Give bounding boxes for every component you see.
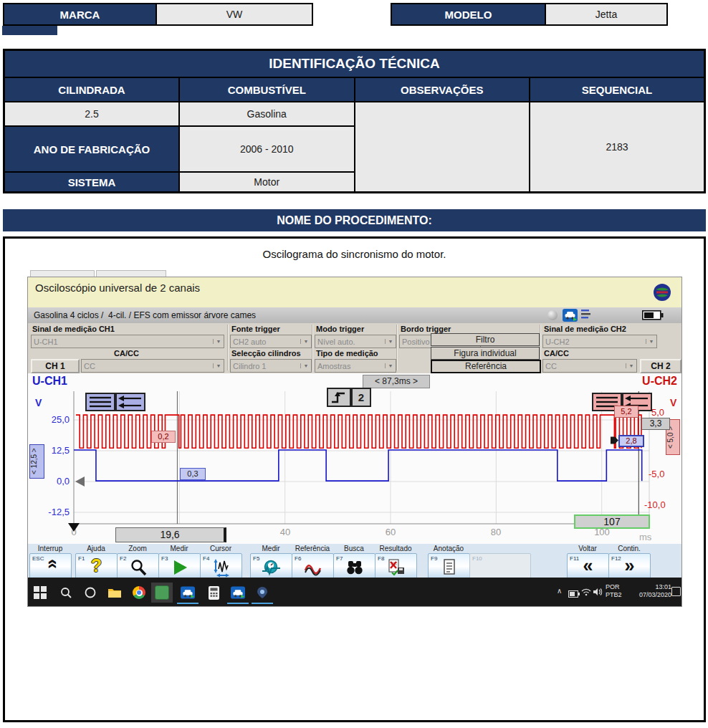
- window-body: Osciloscópio universal de 2 canais Gasol…: [27, 277, 682, 607]
- ca-cc-ch2-label: CA/CC: [544, 349, 569, 358]
- ch1-signal-label: Sinal de medição CH1: [32, 325, 115, 333]
- seleccao-label: Selecção cilindros: [231, 349, 301, 358]
- tray-network-icon[interactable]: [581, 586, 591, 599]
- seleccao-dropdown[interactable]: Cilindro 1 ▼: [230, 359, 312, 373]
- bosch-globe-logo: [653, 283, 671, 302]
- ch1-arrows-icon[interactable]: [115, 393, 145, 411]
- ch2-signal-label: Sinal de medição CH2: [544, 325, 626, 333]
- col-sequencial: SEQUENCIAL: [530, 77, 705, 102]
- dropdown-arrow-icon: ▼: [300, 339, 311, 344]
- right-axis-unit: V: [670, 397, 676, 408]
- ch1-position-control[interactable]: [85, 393, 145, 411]
- calculator-icon[interactable]: [203, 583, 224, 603]
- window-title-bar: Osciloscópio universal de 2 canais: [28, 277, 681, 308]
- referencia-button[interactable]: Referência: [431, 360, 541, 373]
- active-app-icon[interactable]: [151, 583, 173, 603]
- tray-language[interactable]: POR PTB2: [606, 583, 622, 599]
- esi-app2-icon[interactable]: [227, 583, 249, 604]
- modo-trigger-dropdown[interactable]: Nível auto. ▼: [315, 335, 396, 348]
- tray-speaker-icon[interactable]: [593, 586, 603, 599]
- ch2-button[interactable]: CH 2: [640, 359, 681, 373]
- ch1-lines-icon[interactable]: [85, 393, 115, 411]
- notification-center-icon[interactable]: [671, 587, 681, 596]
- play-icon: [171, 558, 189, 580]
- x-tick: 40: [271, 527, 300, 537]
- toolbar-label: Cursor: [192, 545, 249, 552]
- origin-marker-icon[interactable]: [68, 523, 80, 532]
- fonte-trigger-label: Fonte trigger: [231, 325, 280, 333]
- procedimento-caption: Oscilograma do sincronismo do motor.: [3, 248, 706, 260]
- sphere-icon[interactable]: [547, 310, 558, 320]
- ca-cc-ch1-dropdown[interactable]: CC ▼: [81, 359, 224, 373]
- dropdown-arrow-icon: ▼: [626, 363, 636, 368]
- trigger-channel-number[interactable]: 2: [351, 388, 371, 407]
- marca-table: MARCA VW: [3, 3, 313, 26]
- tipo-dropdown[interactable]: Amostras ▼: [315, 359, 396, 373]
- divider: [396, 325, 398, 370]
- seleccao-value: Cilindro 1: [231, 362, 300, 370]
- fn-key: F7: [336, 555, 343, 562]
- cursor1-time-box[interactable]: 19,6: [115, 527, 226, 542]
- identificacao-table: IDENTIFICAÇÃO TÉCNICA CILINDRADA COMBUST…: [3, 49, 706, 193]
- ch2-signal-dropdown[interactable]: U-CH2 ▼: [542, 335, 657, 348]
- tipo-label: Tipo de medição: [316, 349, 378, 358]
- question-icon: ?: [91, 555, 102, 576]
- dropdown-arrow-icon: ▼: [385, 363, 396, 368]
- ground-marker-icon[interactable]: [75, 476, 85, 487]
- bordo-trigger-label: Bordo trigger: [401, 325, 451, 333]
- col-observacoes: OBSERVAÇÕES: [355, 77, 530, 102]
- fonte-trigger-dropdown[interactable]: CH2 auto ▼: [230, 335, 312, 348]
- ca-cc-ch2-value: CC: [543, 362, 626, 370]
- toolbar-label: Resultado: [367, 545, 424, 552]
- file-explorer-icon[interactable]: [104, 583, 125, 603]
- tray-clock[interactable]: 13:01 07/03/2020: [630, 583, 671, 599]
- scope-display: U-CH1 U-CH2 < 87,3ms >: [28, 373, 681, 544]
- dropdown-arrow-icon: ▼: [213, 363, 224, 368]
- scope-toolbar: Interrup Ajuda Zoom Medir Cursor Medir R…: [28, 544, 681, 578]
- ch1-signal-dropdown[interactable]: U-CH1 ▼: [31, 335, 224, 348]
- cursor2-ch2-readout: 3,3: [641, 418, 670, 430]
- toolbar-label: Anotação: [420, 545, 477, 552]
- tray-time: 13:01: [630, 583, 671, 591]
- dropdown-arrow-icon: ▼: [646, 339, 656, 344]
- observacoes-value: [355, 102, 530, 193]
- fonte-trigger-value: CH2 auto: [231, 337, 300, 346]
- chrome-icon[interactable]: [128, 583, 150, 603]
- ch2-signal-value: U-CH2: [543, 337, 646, 346]
- fn-key: F2: [120, 555, 126, 562]
- diagnostics-app-icon[interactable]: [252, 583, 273, 604]
- trigger-indicator[interactable]: 2: [327, 388, 371, 407]
- marca-label: MARCA: [4, 4, 156, 25]
- divider: [227, 325, 229, 370]
- search-icon[interactable]: [55, 583, 77, 603]
- cursor2-time-box[interactable]: 107: [574, 514, 650, 529]
- vehicle-info-icon[interactable]: [563, 309, 578, 322]
- filtro-button[interactable]: Filtro: [431, 333, 540, 346]
- right-tick: 5,0: [651, 407, 664, 418]
- gas-values-icon[interactable]: [581, 310, 595, 320]
- ano-label: ANO DE FABRICAÇÃO: [4, 126, 180, 172]
- fn-key: F10: [472, 555, 482, 562]
- ch1-scale-box[interactable]: < 12,5 >: [29, 444, 44, 479]
- trigger-edge-icon[interactable]: [327, 388, 351, 407]
- sistema-value: Motor: [179, 172, 355, 193]
- ca-cc-ch2-dropdown[interactable]: CC ▼: [542, 359, 637, 373]
- x-tick: 60: [376, 527, 405, 537]
- binoculars-icon: [345, 558, 365, 580]
- start-button[interactable]: [29, 583, 51, 603]
- timebase-button[interactable]: < 87,3ms >: [363, 375, 430, 388]
- page: MARCA VW MODELO Jetta IDENTIFICAÇÃO TÉCN…: [0, 0, 708, 728]
- ca-cc-ch1-label: CA/CC: [114, 349, 139, 358]
- fn-key: F6: [295, 555, 301, 562]
- window-title: Osciloscópio universal de 2 canais: [35, 282, 200, 294]
- tray-chevron-icon[interactable]: ∧: [557, 587, 562, 595]
- esi-app-icon[interactable]: [177, 583, 198, 604]
- tray-battery-icon[interactable]: [568, 588, 580, 600]
- figura-individual-button[interactable]: Figura individual: [431, 347, 540, 360]
- cortana-icon[interactable]: [80, 583, 101, 603]
- modelo-label: MODELO: [391, 4, 545, 25]
- dropdown-arrow-icon: ▼: [300, 363, 311, 368]
- left-axis-unit: V: [35, 397, 42, 408]
- ch1-button[interactable]: CH 1: [31, 359, 80, 373]
- fn-key: F12: [611, 555, 621, 562]
